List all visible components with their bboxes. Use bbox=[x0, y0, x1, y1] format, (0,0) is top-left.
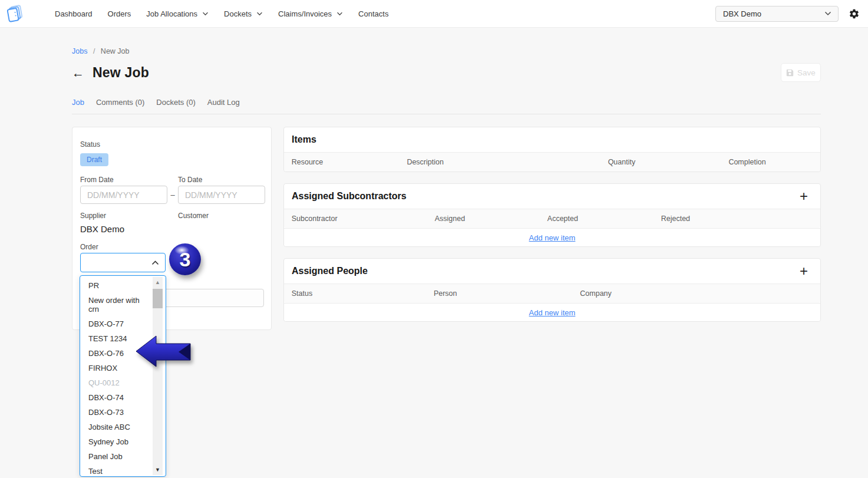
tab[interactable]: Job bbox=[72, 98, 84, 107]
people-section: Assigned People + StatusPersonCompany Ad… bbox=[283, 258, 821, 322]
save-floppy-icon bbox=[786, 69, 794, 77]
column-header: Subcontractor bbox=[292, 215, 338, 223]
nav-item[interactable]: Claims/Invoices bbox=[270, 0, 351, 28]
from-date-input[interactable] bbox=[80, 186, 167, 204]
page-content: Jobs / New Job ← New Job Save Job Commen… bbox=[0, 28, 868, 330]
order-field-wrap: PR New order with crn DBX-O-77 TEST 1234… bbox=[80, 253, 166, 272]
column-header: Completion bbox=[728, 158, 765, 166]
nav-item[interactable]: Orders bbox=[100, 0, 139, 28]
supplier-customer-row: Supplier DBX Demo Customer bbox=[80, 212, 263, 234]
nav-item-label: Claims/Invoices bbox=[278, 9, 332, 18]
main-nav: Dashboard Orders Job Allocations Dockets bbox=[47, 0, 396, 28]
add-new-subcontractor-link[interactable]: Add new item bbox=[529, 233, 576, 242]
dropdown-scrollbar[interactable]: ▲ ▼ bbox=[153, 277, 163, 475]
subcontractors-section: Assigned Subcontractors + SubcontractorA… bbox=[283, 183, 821, 247]
items-title: Items bbox=[292, 134, 316, 145]
scrollbar-up-arrow-icon[interactable]: ▲ bbox=[153, 278, 163, 286]
add-subcontractor-plus-icon[interactable]: + bbox=[800, 190, 808, 202]
column-header: Quantity bbox=[608, 158, 636, 166]
subcontractors-header: Assigned Subcontractors + bbox=[284, 184, 820, 209]
status-label: Status bbox=[80, 140, 263, 149]
nav-item-label: Job Allocations bbox=[146, 9, 197, 18]
order-select[interactable] bbox=[80, 253, 166, 272]
scrollbar-down-arrow-icon[interactable]: ▼ bbox=[153, 466, 163, 474]
company-select[interactable]: DBX Demo bbox=[715, 6, 839, 22]
add-new-person-link[interactable]: Add new item bbox=[529, 308, 576, 317]
nav-item[interactable]: Contacts bbox=[351, 0, 396, 28]
people-header: Assigned People + bbox=[284, 259, 820, 283]
settings-gear-icon[interactable] bbox=[849, 8, 860, 19]
column-header: Rejected bbox=[661, 215, 690, 223]
from-date-label: From Date bbox=[80, 176, 167, 184]
to-date-label: To Date bbox=[178, 176, 265, 184]
tab[interactable]: Dockets (0) bbox=[156, 98, 195, 107]
breadcrumb-current: New Job bbox=[101, 47, 130, 55]
company-select-value: DBX Demo bbox=[723, 9, 761, 18]
people-table-header: StatusPersonCompany bbox=[284, 283, 820, 303]
tab[interactable]: Comments (0) bbox=[96, 98, 144, 107]
date-range-separator: – bbox=[167, 190, 178, 204]
order-dropdown: PR New order with crn DBX-O-77 TEST 1234… bbox=[80, 275, 166, 477]
customer-label: Customer bbox=[178, 212, 265, 220]
items-table-header: ResourceDescriptionQuantityCompletion bbox=[284, 152, 820, 172]
page-title: New Job bbox=[93, 65, 149, 81]
column-header: Status bbox=[292, 289, 312, 298]
subcontractors-add-row: Add new item bbox=[284, 228, 820, 246]
add-person-plus-icon[interactable]: + bbox=[800, 265, 808, 277]
left-column: Status Draft From Date – To Date bbox=[72, 127, 272, 330]
job-form-card: Status Draft From Date – To Date bbox=[72, 127, 272, 330]
subcontractors-table-header: SubcontractorAssignedAcceptedRejected bbox=[284, 209, 820, 228]
supplier-value: DBX Demo bbox=[80, 225, 167, 234]
nav-item[interactable]: Job Allocations bbox=[138, 0, 216, 28]
nav-item[interactable]: Dashboard bbox=[47, 0, 100, 28]
annotation-arrow-icon bbox=[135, 335, 194, 371]
people-add-row: Add new item bbox=[284, 303, 820, 321]
app-window: Dashboard Orders Job Allocations Dockets bbox=[0, 0, 868, 330]
column-header: Description bbox=[407, 158, 444, 166]
nav-item-label: Orders bbox=[108, 9, 131, 18]
back-arrow-button[interactable]: ← bbox=[72, 67, 84, 79]
status-badge: Draft bbox=[80, 153, 108, 166]
save-button[interactable]: Save bbox=[781, 63, 821, 82]
column-header: Accepted bbox=[547, 215, 578, 223]
chevron-down-icon bbox=[256, 12, 263, 16]
chevron-down-icon bbox=[202, 12, 209, 16]
chevron-up-icon bbox=[151, 261, 159, 265]
items-section: Items ResourceDescriptionQuantityComplet… bbox=[283, 127, 821, 172]
items-header: Items bbox=[284, 127, 820, 152]
scrollbar-thumb[interactable] bbox=[153, 289, 163, 308]
title-row: ← New Job Save bbox=[72, 63, 821, 82]
column-header: Resource bbox=[292, 158, 324, 166]
to-date-input[interactable] bbox=[178, 186, 265, 204]
nav-item-label: Contacts bbox=[358, 9, 388, 18]
annotation-step-number: 3 bbox=[180, 248, 191, 271]
breadcrumb: Jobs / New Job bbox=[72, 28, 821, 55]
supplier-label: Supplier bbox=[80, 212, 167, 220]
nav-item-label: Dockets bbox=[224, 9, 252, 18]
breadcrumb-separator: / bbox=[93, 47, 95, 55]
top-nav: Dashboard Orders Job Allocations Dockets bbox=[0, 0, 868, 28]
app-logo[interactable] bbox=[5, 4, 25, 24]
right-column: Items ResourceDescriptionQuantityComplet… bbox=[283, 127, 821, 322]
nav-item[interactable]: Dockets bbox=[216, 0, 270, 28]
breadcrumb-jobs-link[interactable]: Jobs bbox=[72, 47, 87, 55]
annotation-step-3-badge: 3 bbox=[169, 243, 201, 275]
tab-bar: Job Comments (0) Dockets (0) Audit Log bbox=[72, 98, 821, 114]
docket-stack-icon bbox=[6, 5, 24, 22]
topbar-right: DBX Demo bbox=[715, 6, 860, 22]
date-range-row: From Date – To Date bbox=[80, 176, 263, 204]
people-title: Assigned People bbox=[292, 266, 368, 276]
column-header: Assigned bbox=[435, 215, 465, 223]
column-header: Company bbox=[580, 289, 612, 298]
main-grid: Status Draft From Date – To Date bbox=[72, 127, 821, 330]
chevron-down-icon bbox=[824, 11, 831, 16]
save-button-label: Save bbox=[797, 68, 816, 77]
tab[interactable]: Audit Log bbox=[207, 98, 240, 107]
subcontractors-title: Assigned Subcontractors bbox=[292, 191, 407, 202]
column-header: Person bbox=[434, 289, 457, 298]
nav-item-label: Dashboard bbox=[55, 9, 93, 18]
chevron-down-icon bbox=[336, 12, 343, 16]
